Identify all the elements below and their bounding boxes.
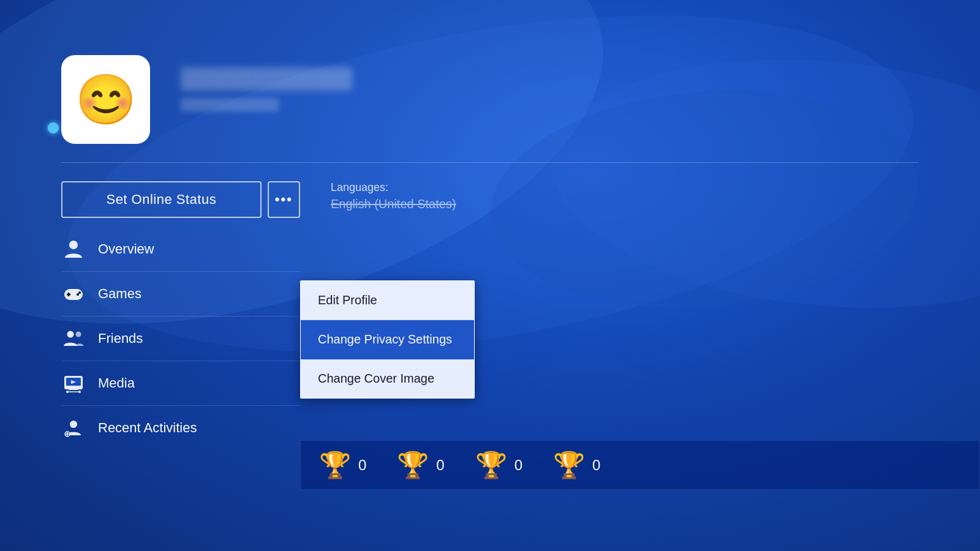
- sub-info-blurred: [181, 98, 279, 111]
- online-indicator: [48, 122, 59, 133]
- nav-items: Overview Games: [61, 227, 300, 450]
- main-content: 😊 Set Online Status •••: [0, 0, 980, 551]
- gamepad-icon: [61, 282, 86, 306]
- platinum-count: 0: [358, 457, 366, 474]
- username-blurred: [181, 67, 352, 91]
- sidebar-item-overview[interactable]: Overview: [61, 227, 300, 272]
- svg-point-4: [77, 293, 79, 296]
- avatar: 😊: [61, 55, 150, 144]
- sidebar-item-media-label: Media: [98, 375, 135, 391]
- sidebar-item-recent-activities-label: Recent Activities: [98, 420, 197, 436]
- dropdown-menu: Edit Profile Change Privacy Settings Cha…: [300, 280, 475, 399]
- languages-value: English (United States): [331, 197, 919, 211]
- sidebar-item-games-label: Games: [98, 286, 141, 302]
- silver-count: 0: [514, 457, 522, 474]
- silver-trophy-icon: 🏆: [475, 450, 507, 480]
- sidebar-item-media[interactable]: Media: [61, 361, 300, 406]
- profile-header: 😊: [0, 0, 980, 162]
- trophy-bronze: 🏆 0: [553, 450, 600, 480]
- sidebar-item-friends-label: Friends: [98, 331, 143, 347]
- svg-point-5: [78, 291, 81, 294]
- svg-point-0: [69, 241, 78, 249]
- bronze-count: 0: [592, 457, 600, 474]
- svg-point-6: [67, 331, 74, 338]
- svg-rect-10: [69, 388, 78, 390]
- more-options-button[interactable]: •••: [268, 181, 300, 218]
- avatar-face: 😊: [75, 75, 137, 124]
- gold-trophy-icon: 🏆: [397, 450, 429, 480]
- languages-section: Languages: English (United States): [331, 181, 919, 211]
- gold-count: 0: [436, 457, 444, 474]
- dropdown-item-change-privacy-settings[interactable]: Change Privacy Settings: [301, 320, 474, 359]
- friends-icon: [61, 326, 86, 351]
- dropdown-item-change-cover-image[interactable]: Change Cover Image: [301, 359, 474, 398]
- platinum-trophy-icon: 🏆: [319, 450, 351, 480]
- sidebar-item-recent-activities[interactable]: Recent Activities: [61, 406, 300, 450]
- bronze-trophy-icon: 🏆: [553, 450, 585, 480]
- trophy-silver: 🏆 0: [475, 450, 522, 480]
- top-buttons: Set Online Status •••: [61, 181, 300, 218]
- sidebar-item-friends[interactable]: Friends: [61, 317, 300, 361]
- trophy-gold: 🏆 0: [397, 450, 444, 480]
- activities-icon: [61, 416, 86, 440]
- sidebar-item-games[interactable]: Games: [61, 272, 300, 317]
- trophies-row: 🏆 0 🏆 0 🏆 0 🏆 0: [300, 440, 980, 490]
- svg-point-7: [76, 332, 81, 337]
- dropdown-item-edit-profile[interactable]: Edit Profile: [301, 281, 474, 320]
- trophy-platinum: 🏆 0: [319, 450, 366, 480]
- person-icon: [61, 237, 86, 261]
- set-online-status-button[interactable]: Set Online Status: [61, 181, 262, 218]
- media-icon: [61, 371, 86, 395]
- sidebar: Set Online Status ••• Overview: [61, 163, 300, 551]
- languages-label: Languages:: [331, 181, 919, 194]
- profile-info: [181, 55, 352, 111]
- svg-point-15: [70, 421, 77, 428]
- sidebar-item-overview-label: Overview: [98, 241, 154, 257]
- main-section: Set Online Status ••• Overview: [0, 163, 980, 551]
